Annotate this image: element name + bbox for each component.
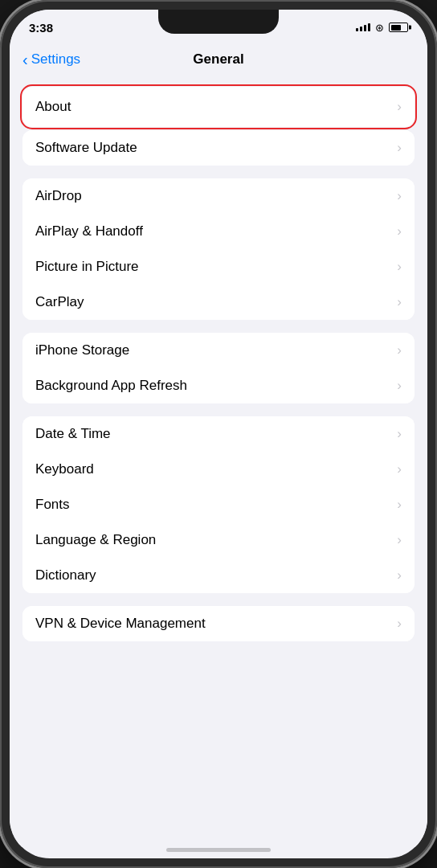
phone-screen: 3:38 ⊛ ‹ Setti	[10, 10, 427, 858]
date-time-label: Date & Time	[35, 426, 111, 442]
about-item[interactable]: About ›	[22, 87, 415, 127]
software-update-label: Software Update	[35, 140, 137, 156]
iphone-storage-chevron-icon: ›	[397, 342, 402, 358]
airplay-chevron-icon: ›	[397, 223, 402, 240]
status-bar: 3:38 ⊛	[10, 10, 427, 45]
settings-content: About › Software Update › Ai	[10, 74, 427, 847]
wifi-icon: ⊛	[375, 22, 384, 34]
status-icons: ⊛	[356, 22, 408, 34]
locale-group: Date & Time › Keyboard › Fonts › Languag…	[22, 416, 415, 593]
software-update-chevron-icon: ›	[397, 140, 402, 156]
dictionary-chevron-icon: ›	[397, 567, 402, 583]
keyboard-item[interactable]: Keyboard ›	[22, 452, 415, 487]
vpn-group: VPN & Device Management ›	[22, 606, 415, 641]
battery-icon	[389, 23, 408, 32]
back-label: Settings	[31, 51, 80, 68]
date-time-item[interactable]: Date & Time ›	[22, 416, 415, 452]
software-update-section: Software Update ›	[10, 130, 427, 166]
software-update-item[interactable]: Software Update ›	[22, 130, 415, 166]
iphone-storage-item[interactable]: iPhone Storage ›	[22, 333, 415, 368]
carplay-item[interactable]: CarPlay ›	[22, 285, 415, 320]
fonts-label: Fonts	[35, 497, 70, 513]
picture-in-picture-chevron-icon: ›	[397, 259, 402, 275]
fonts-chevron-icon: ›	[397, 497, 402, 513]
carplay-label: CarPlay	[35, 294, 84, 310]
vpn-device-management-label: VPN & Device Management	[35, 616, 206, 632]
fonts-item[interactable]: Fonts ›	[22, 487, 415, 522]
about-section: About ›	[10, 87, 427, 127]
connectivity-group: AirDrop › AirPlay & Handoff › Picture in…	[22, 178, 415, 320]
language-region-label: Language & Region	[35, 532, 156, 548]
phone-frame: 3:38 ⊛ ‹ Setti	[0, 0, 437, 868]
background-app-refresh-label: Background App Refresh	[35, 378, 187, 394]
storage-group: iPhone Storage › Background App Refresh …	[22, 333, 415, 403]
signal-icon	[356, 23, 370, 31]
dictionary-label: Dictionary	[35, 567, 96, 583]
keyboard-chevron-icon: ›	[397, 461, 402, 477]
date-time-chevron-icon: ›	[397, 426, 402, 442]
dictionary-item[interactable]: Dictionary ›	[22, 558, 415, 593]
nav-bar: ‹ Settings General	[10, 45, 427, 74]
back-button[interactable]: ‹ Settings	[22, 51, 80, 68]
page-title: General	[193, 51, 243, 68]
back-chevron-icon: ‹	[22, 51, 28, 68]
background-app-refresh-chevron-icon: ›	[397, 378, 402, 394]
status-time: 3:38	[29, 21, 53, 35]
locale-section: Date & Time › Keyboard › Fonts › Languag…	[10, 416, 427, 593]
background-app-refresh-item[interactable]: Background App Refresh ›	[22, 368, 415, 403]
airdrop-item[interactable]: AirDrop ›	[22, 178, 415, 214]
storage-section: iPhone Storage › Background App Refresh …	[10, 333, 427, 403]
about-label: About	[35, 99, 71, 115]
notch	[158, 10, 279, 34]
connectivity-section: AirDrop › AirPlay & Handoff › Picture in…	[10, 178, 427, 320]
vpn-section: VPN & Device Management ›	[10, 606, 427, 641]
airplay-handoff-item[interactable]: AirPlay & Handoff ›	[22, 214, 415, 249]
picture-in-picture-item[interactable]: Picture in Picture ›	[22, 249, 415, 285]
airdrop-chevron-icon: ›	[397, 188, 402, 204]
language-region-chevron-icon: ›	[397, 532, 402, 548]
vpn-chevron-icon: ›	[397, 616, 402, 632]
language-region-item[interactable]: Language & Region ›	[22, 522, 415, 558]
home-indicator	[166, 848, 271, 852]
carplay-chevron-icon: ›	[397, 294, 402, 310]
airdrop-label: AirDrop	[35, 188, 82, 204]
iphone-storage-label: iPhone Storage	[35, 342, 129, 358]
airplay-handoff-label: AirPlay & Handoff	[35, 223, 143, 240]
about-chevron-icon: ›	[397, 99, 402, 115]
picture-in-picture-label: Picture in Picture	[35, 259, 139, 275]
keyboard-label: Keyboard	[35, 461, 94, 477]
vpn-device-management-item[interactable]: VPN & Device Management ›	[22, 606, 415, 641]
